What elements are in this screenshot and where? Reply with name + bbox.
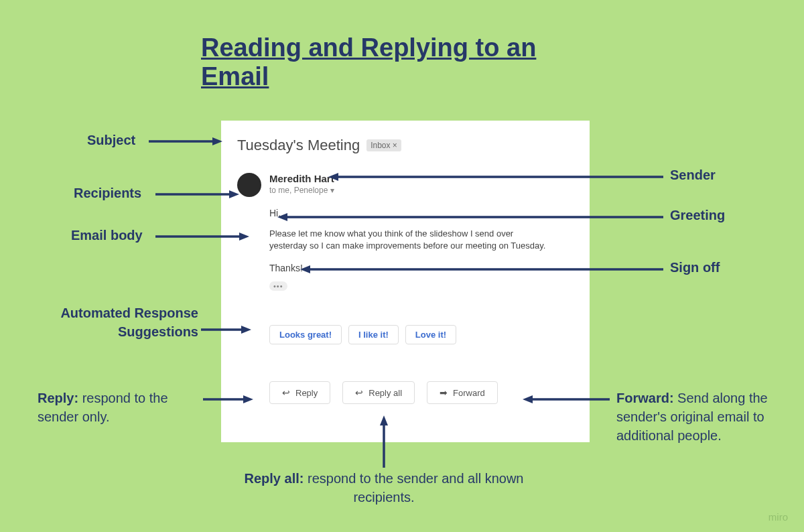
reply-button[interactable]: ↩ Reply <box>269 381 330 404</box>
svg-marker-13 <box>277 213 287 221</box>
trimmed-content-icon[interactable]: ••• <box>269 281 287 291</box>
label-text: Reply all: <box>245 471 304 486</box>
label-text: Automated Response <box>60 306 198 320</box>
reply-all-icon: ↩ <box>355 387 363 398</box>
svg-marker-11 <box>328 173 338 181</box>
label-recipients: Recipients <box>74 186 141 201</box>
label-email-body: Email body <box>71 228 143 243</box>
label-signoff: Sign off <box>670 260 720 275</box>
avatar[interactable] <box>237 173 261 197</box>
label-subject: Subject <box>87 133 135 148</box>
recipients-line[interactable]: to me, Penelope ▾ <box>269 186 334 195</box>
label-forward: Forward: Send along the sender's origina… <box>616 389 777 445</box>
arrow-icon <box>523 394 610 407</box>
reply-label: Reply <box>295 388 318 398</box>
subject-line: Tuesday's Meeting Inbox × <box>237 137 574 154</box>
reply-all-label: Reply all <box>368 388 402 398</box>
svg-marker-1 <box>212 137 222 145</box>
arrow-icon <box>300 264 663 277</box>
label-text: Reply: <box>38 391 78 405</box>
label-text: Suggestions <box>118 324 198 339</box>
arrow-icon <box>277 212 663 225</box>
svg-marker-3 <box>229 190 239 198</box>
watermark: miro <box>768 511 788 523</box>
arrow-icon <box>203 394 253 407</box>
reply-all-button[interactable]: ↩ Reply all <box>342 381 415 404</box>
inbox-chip[interactable]: Inbox × <box>366 139 401 151</box>
suggestion-chip[interactable]: Love it! <box>405 325 456 344</box>
label-reply-all: Reply all: respond to the sender and all… <box>240 469 528 507</box>
svg-marker-5 <box>239 232 249 241</box>
svg-marker-19 <box>380 415 388 425</box>
arrow-icon <box>201 324 251 338</box>
label-auto-response: Automated Response Suggestions <box>34 304 198 341</box>
label-greeting: Greeting <box>670 208 725 223</box>
arrow-icon <box>328 172 663 185</box>
forward-icon: ➡ <box>440 387 448 398</box>
suggestion-chip[interactable]: I like it! <box>348 325 399 344</box>
email-subject: Tuesday's Meeting <box>237 137 360 154</box>
reply-icon: ↩ <box>282 387 290 398</box>
forward-button[interactable]: ➡ Forward <box>427 381 498 404</box>
smart-reply-row: Looks great! I like it! Love it! <box>269 325 574 344</box>
arrow-icon <box>379 415 392 468</box>
label-text: Forward: <box>616 391 674 405</box>
label-text: respond to the sender and all known reci… <box>304 471 523 505</box>
label-reply: Reply: respond to the sender only. <box>38 389 205 426</box>
email-body: Please let me know what you think of the… <box>269 228 551 252</box>
label-sender: Sender <box>670 168 716 183</box>
svg-marker-9 <box>243 395 253 403</box>
sender-name: Meredith Hart <box>269 173 334 184</box>
arrow-icon <box>155 231 249 245</box>
arrow-icon <box>149 136 222 149</box>
diagram-title: Reading and Replying to an Email <box>201 34 603 91</box>
arrow-icon <box>155 189 239 202</box>
forward-label: Forward <box>453 388 485 398</box>
suggestion-chip[interactable]: Looks great! <box>269 325 342 344</box>
svg-marker-7 <box>241 326 251 334</box>
svg-marker-17 <box>523 395 533 403</box>
svg-marker-15 <box>300 265 310 273</box>
